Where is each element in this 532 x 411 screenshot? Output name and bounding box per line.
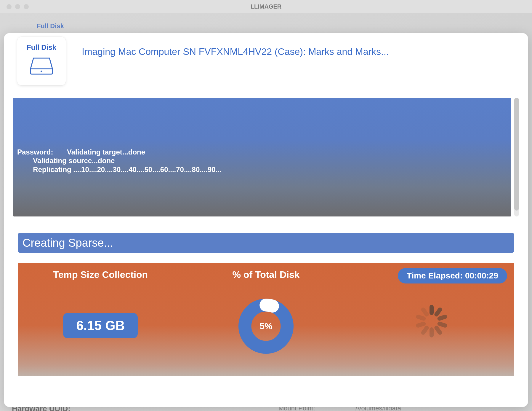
mode-card-full-disk[interactable]: Full Disk bbox=[17, 37, 66, 85]
time-elapsed-value: 00:00:29 bbox=[465, 271, 498, 280]
imaging-title: Imaging Mac Computer SN FVFXNML4HV22 (Ca… bbox=[82, 46, 516, 57]
log-scrollbar-thumb[interactable] bbox=[514, 98, 519, 211]
percent-label: % of Total Disk bbox=[233, 269, 300, 280]
stats-panel: Temp Size Collection 6.15 GB % of Total … bbox=[18, 263, 514, 376]
log-area: Password: Validating target...done Valid… bbox=[13, 98, 519, 216]
log-scrollbar[interactable] bbox=[514, 98, 519, 216]
imaging-progress-sheet: Full Disk Imaging Mac Computer SN FVFXNM… bbox=[4, 33, 528, 407]
traffic-lights bbox=[0, 4, 29, 9]
temp-size-value: 6.15 GB bbox=[63, 313, 138, 338]
mode-card-title: Full Disk bbox=[27, 43, 56, 52]
minimize-window-button[interactable] bbox=[15, 4, 20, 9]
col-temp-size: Temp Size Collection 6.15 GB bbox=[18, 263, 183, 376]
window-titlebar: LLIMAGER bbox=[0, 0, 532, 13]
spinner-blade bbox=[430, 327, 434, 337]
percent-text: 5% bbox=[237, 297, 295, 356]
log-output: Password: Validating target...done Valid… bbox=[13, 98, 511, 216]
col-percent: % of Total Disk 5% bbox=[183, 263, 349, 376]
time-elapsed-label: Time Elapsed: bbox=[407, 271, 465, 280]
sheet-header: Full Disk Imaging Mac Computer SN FVFXNM… bbox=[4, 33, 528, 90]
col-time-spinner: Time Elapsed: 00:00:29 bbox=[349, 263, 514, 376]
svg-point-1 bbox=[41, 71, 42, 72]
close-window-button[interactable] bbox=[7, 4, 12, 9]
spinner-icon bbox=[415, 305, 448, 337]
disk-icon bbox=[29, 57, 54, 75]
parent-tab-full-disk[interactable]: Full Disk bbox=[8, 20, 524, 30]
spinner-blade bbox=[430, 305, 434, 315]
percent-donut: 5% bbox=[237, 297, 295, 356]
window-title: LLIMAGER bbox=[0, 3, 532, 10]
temp-size-label: Temp Size Collection bbox=[53, 269, 148, 280]
status-banner: Creating Sparse... bbox=[18, 233, 514, 253]
zoom-window-button[interactable] bbox=[24, 4, 29, 9]
time-elapsed-pill: Time Elapsed: 00:00:29 bbox=[398, 268, 507, 283]
